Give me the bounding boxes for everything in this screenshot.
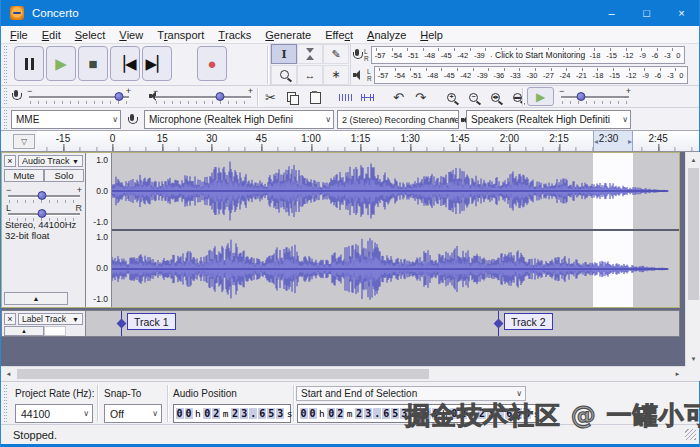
label-text[interactable]: Track 2: [504, 313, 553, 330]
menu-view[interactable]: View: [112, 26, 150, 43]
close-track-button[interactable]: ×: [4, 313, 16, 325]
play-speed-slider[interactable]: − +: [559, 90, 631, 104]
time-digit[interactable]: 2: [336, 408, 344, 419]
cut-button[interactable]: ✂: [261, 88, 280, 106]
fit-selection-button[interactable]: [486, 88, 505, 106]
time-digit[interactable]: 3: [276, 408, 284, 419]
slider-thumb[interactable]: [38, 191, 47, 200]
play-button[interactable]: ▶: [46, 46, 76, 81]
paste-button[interactable]: [305, 88, 324, 106]
record-button[interactable]: ●: [197, 46, 227, 81]
fit-project-button[interactable]: [508, 88, 527, 106]
playback-meter[interactable]: LR-57-54-51-48-45-42-39-36-33-30-27-24-2…: [353, 65, 688, 85]
zoom-out-button[interactable]: [464, 88, 483, 106]
copy-button[interactable]: [283, 88, 302, 106]
menu-transport[interactable]: Transport: [150, 26, 211, 43]
label-track-content[interactable]: Track 1Track 2: [86, 311, 679, 336]
pause-button[interactable]: [14, 46, 44, 81]
envelope-tool[interactable]: [297, 44, 323, 64]
toolbar-grabber[interactable]: [3, 46, 8, 83]
time-digit[interactable]: 0: [203, 408, 211, 419]
audio-host-dropdown[interactable]: MME ∨: [11, 110, 121, 129]
selection-tool[interactable]: I: [271, 44, 297, 64]
vertical-scrollbar[interactable]: ▲ ▼: [685, 152, 700, 366]
label-text[interactable]: Track 1: [127, 313, 176, 330]
time-digit[interactable]: 5: [267, 408, 275, 419]
time-digit[interactable]: 5: [391, 408, 399, 419]
time-digit[interactable]: 0: [327, 408, 335, 419]
draw-tool[interactable]: ✎: [323, 44, 349, 64]
time-digit[interactable]: 3: [364, 408, 372, 419]
playback-meter-bar[interactable]: -57-54-51-48-45-42-39-36-33-30-27-24-21-…: [374, 66, 688, 84]
horizontal-scrollbar[interactable]: ◄ ►: [1, 366, 685, 381]
scroll-down-button[interactable]: ▼: [686, 351, 700, 366]
scrollbar-thumb[interactable]: [688, 168, 699, 300]
recording-channels-dropdown[interactable]: 2 (Stereo) Recording Channels ∨: [337, 110, 459, 129]
monitoring-hint[interactable]: Click to Start Monitoring: [492, 50, 588, 60]
timeline-options-button[interactable]: ▽: [13, 134, 35, 149]
stop-button[interactable]: ■: [78, 46, 108, 81]
mute-button[interactable]: Mute: [4, 169, 44, 182]
multi-tool[interactable]: ∗: [323, 65, 349, 85]
time-digit[interactable]: 6: [382, 408, 390, 419]
time-digit[interactable]: 6: [258, 408, 266, 419]
track-title-dropdown[interactable]: Label Track ▼: [18, 313, 83, 325]
slider-thumb[interactable]: [38, 209, 47, 218]
playback-device-dropdown[interactable]: Speakers (Realtek High Definiti ∨: [466, 110, 631, 129]
project-rate-dropdown[interactable]: 44100 ∨: [15, 404, 93, 423]
time-digit[interactable]: 2: [212, 408, 220, 419]
close-track-button[interactable]: ×: [4, 155, 16, 167]
solo-button[interactable]: Solo: [44, 169, 84, 182]
maximize-button[interactable]: □: [629, 0, 664, 26]
menu-tracks[interactable]: Tracks: [211, 26, 258, 43]
menu-file[interactable]: File: [3, 26, 35, 43]
time-digit[interactable]: 3: [240, 408, 248, 419]
scroll-left-button[interactable]: ◄: [1, 367, 16, 381]
label-marker-handle[interactable]: [117, 319, 127, 329]
close-button[interactable]: ×: [664, 0, 699, 26]
time-digit[interactable]: 0: [300, 408, 308, 419]
slider-thumb[interactable]: [216, 92, 225, 101]
audacity-app-icon[interactable]: [10, 6, 24, 20]
skip-to-start-button[interactable]: ▕◀: [110, 46, 140, 81]
toolbar-grabber[interactable]: [3, 385, 8, 422]
recording-meter-bar[interactable]: -57-54-51-48-45-42-39-36-33-30-27-24-21-…: [371, 46, 685, 64]
time-digit[interactable]: 2: [231, 408, 239, 419]
play-at-speed-button[interactable]: ▶: [527, 87, 554, 106]
scroll-right-button[interactable]: ►: [670, 367, 685, 381]
skip-to-end-button[interactable]: ▶▏: [142, 46, 172, 81]
zoom-in-button[interactable]: [442, 88, 461, 106]
menu-effect[interactable]: Effect: [318, 26, 360, 43]
menu-select[interactable]: Select: [68, 26, 113, 43]
time-digit[interactable]: 0: [176, 408, 184, 419]
menu-analyze[interactable]: Analyze: [360, 26, 413, 43]
label-marker-handle[interactable]: [494, 319, 504, 329]
redo-button[interactable]: ↷: [411, 88, 430, 106]
trim-audio-button[interactable]: [336, 88, 355, 106]
recording-volume-slider[interactable]: − +: [27, 90, 131, 104]
minimize-button[interactable]: –: [594, 0, 629, 26]
toolbar-grabber[interactable]: [3, 110, 8, 129]
timeline-ruler[interactable]: ◂ ▸ ▽ -1501530451:001:151:301:452:002:15…: [1, 131, 699, 152]
time-digit[interactable]: 2: [355, 408, 363, 419]
zoom-tool[interactable]: [271, 65, 297, 85]
scroll-up-button[interactable]: ▲: [686, 152, 700, 167]
time-shift-tool[interactable]: ↔: [297, 65, 323, 85]
silence-audio-button[interactable]: [358, 88, 377, 106]
time-digit[interactable]: .: [373, 408, 381, 419]
snap-to-dropdown[interactable]: Off ∨: [104, 404, 162, 423]
collapse-track-button[interactable]: ▲: [4, 292, 68, 305]
vertical-ruler[interactable]: 1.00.0-1.01.00.0-1.0: [86, 153, 112, 307]
collapse-track-button[interactable]: ▲: [4, 326, 44, 336]
track-title-dropdown[interactable]: Audio Track ▼: [18, 155, 83, 167]
scrollbar-thumb[interactable]: [17, 369, 429, 379]
menu-help[interactable]: Help: [413, 26, 450, 43]
gain-slider[interactable]: − +: [6, 189, 82, 203]
toolbar-grabber[interactable]: [3, 88, 8, 105]
undo-button[interactable]: ↶: [389, 88, 408, 106]
time-digit[interactable]: 0: [309, 408, 317, 419]
time-digit[interactable]: .: [249, 408, 257, 419]
waveform-area[interactable]: [112, 153, 679, 307]
audio-position-display[interactable]: 00h02m23.653s▾: [173, 404, 291, 423]
time-digit[interactable]: 0: [185, 408, 193, 419]
